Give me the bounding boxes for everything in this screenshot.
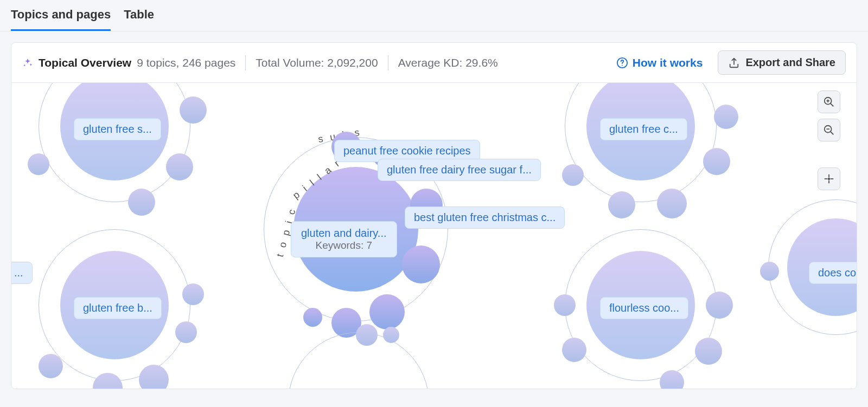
sub-node[interactable] [180,96,207,124]
sub-node[interactable] [703,148,730,175]
sub-node[interactable] [562,164,584,186]
svg-point-1 [622,64,623,66]
sub-node[interactable] [303,308,322,327]
how-it-works-label: How it works [633,56,703,69]
topic-label[interactable]: flourless coo... [600,297,688,319]
separator [388,55,388,70]
sub-node[interactable] [608,191,635,218]
topic-visualization[interactable]: gluten free s... gluten free b... ... t … [11,83,857,389]
sub-node[interactable] [356,324,378,346]
total-volume: Total Volume: 2,092,200 [256,56,378,69]
how-it-works-link[interactable]: How it works [616,56,703,69]
topics-pages-count: 9 topics, 246 pages [137,56,235,69]
orbit-ring [565,83,717,202]
sub-node[interactable] [402,246,440,283]
topic-label[interactable]: does co [809,262,857,284]
topic-label[interactable]: ... [11,262,33,284]
sub-node[interactable] [657,189,687,218]
topic-cluster[interactable]: gluten free c... [586,83,695,180]
sub-node[interactable] [706,292,733,319]
topic-cluster[interactable]: gluten free b... [60,251,169,359]
topic-label[interactable]: gluten free b... [74,297,162,319]
sub-node[interactable] [182,283,204,305]
separator [245,55,246,70]
sub-node[interactable] [554,294,576,316]
sub-node[interactable] [562,338,586,362]
panel-title: Topical Overview [39,56,131,69]
sub-node[interactable] [175,321,197,343]
sparkle-icon [22,57,33,68]
topical-overview-panel: Topical Overview 9 topics, 246 pages Tot… [11,42,857,389]
tab-topics-and-pages[interactable]: Topics and pages [11,8,111,31]
pillar-label[interactable]: gluten and dairy... Keywords: 7 [291,221,397,257]
export-share-label: Export and Share [745,56,835,69]
sub-node[interactable] [714,105,738,129]
topic-cluster[interactable]: gluten free s... [60,83,169,180]
pillar-keywords: Keywords: 7 [301,240,387,251]
sub-node[interactable] [139,365,169,389]
tabs-bar: Topics and pages Table [0,0,868,31]
topic-cluster[interactable]: flourless coo... [586,251,695,359]
sub-node[interactable] [660,370,684,389]
topic-label[interactable]: gluten free s... [74,118,161,140]
sub-label[interactable]: best gluten free christmas c... [405,206,565,229]
sub-node[interactable] [760,262,779,281]
sub-node[interactable] [166,153,193,180]
tab-table[interactable]: Table [124,8,154,31]
topic-cluster-active[interactable]: t o p i c p i l l a r s u b s gluten and… [293,167,418,292]
sub-label[interactable]: gluten free dairy free sugar f... [378,159,541,181]
sub-node[interactable] [28,153,49,175]
average-kd: Average KD: 29.6% [398,56,498,69]
export-share-button[interactable]: Export and Share [718,50,846,75]
pillar-title: gluten and dairy... [301,227,387,239]
panel-header: Topical Overview 9 topics, 246 pages Tot… [11,43,857,83]
sub-node[interactable] [128,189,155,216]
sub-node[interactable] [369,294,405,330]
orbit-ring [39,83,190,202]
sub-node[interactable] [383,327,399,343]
topic-label[interactable]: gluten free c... [600,118,687,140]
sub-node[interactable] [695,338,722,365]
sub-node[interactable] [39,354,63,378]
